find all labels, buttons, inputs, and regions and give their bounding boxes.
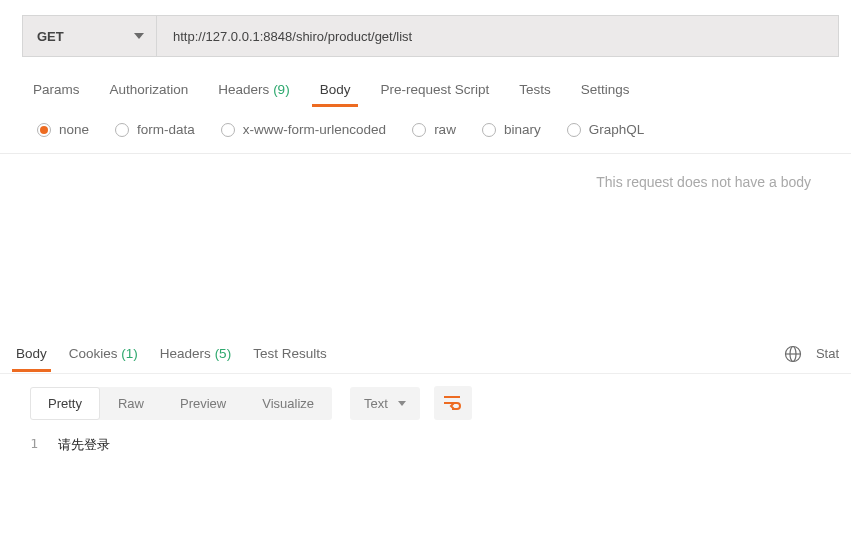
- tab-body[interactable]: Body: [320, 74, 351, 105]
- tab-params[interactable]: Params: [33, 74, 80, 105]
- http-method-label: GET: [37, 29, 64, 44]
- view-mode-segments: Pretty Raw Preview Visualize: [30, 387, 332, 420]
- view-visualize[interactable]: Visualize: [244, 387, 332, 420]
- response-tabs-row: Body Cookies (1) Headers (5) Test Result…: [0, 334, 851, 374]
- line-text: 请先登录: [58, 436, 110, 454]
- code-line: 1 请先登录: [0, 436, 851, 454]
- body-type-none[interactable]: none: [37, 122, 89, 137]
- no-body-message: This request does not have a body: [596, 174, 811, 190]
- view-preview[interactable]: Preview: [162, 387, 244, 420]
- tab-headers[interactable]: Headers (9): [218, 74, 289, 105]
- tab-settings[interactable]: Settings: [581, 74, 630, 105]
- chevron-down-icon: [398, 401, 406, 406]
- tab-tests[interactable]: Tests: [519, 74, 551, 105]
- tab-authorization[interactable]: Authorization: [110, 74, 189, 105]
- response-body-viewer[interactable]: 1 请先登录: [0, 430, 851, 454]
- response-tab-cookies[interactable]: Cookies (1): [69, 336, 138, 371]
- request-body-area: This request does not have a body: [0, 154, 851, 334]
- body-type-graphql[interactable]: GraphQL: [567, 122, 645, 137]
- radio-icon: [482, 123, 496, 137]
- request-tabs: Params Authorization Headers (9) Body Pr…: [0, 72, 851, 106]
- body-type-binary[interactable]: binary: [482, 122, 541, 137]
- status-label: Stat: [816, 346, 839, 361]
- body-type-row: none form-data x-www-form-urlencoded raw…: [0, 106, 851, 154]
- http-method-select[interactable]: GET: [22, 15, 157, 57]
- url-input[interactable]: http://127.0.0.1:8848/shiro/product/get/…: [157, 15, 839, 57]
- response-tab-body[interactable]: Body: [16, 336, 47, 371]
- url-text: http://127.0.0.1:8848/shiro/product/get/…: [173, 29, 412, 44]
- response-tab-test-results[interactable]: Test Results: [253, 336, 327, 371]
- wrap-icon: [443, 395, 463, 411]
- radio-selected-icon: [37, 123, 51, 137]
- chevron-down-icon: [134, 33, 144, 39]
- wrap-lines-button[interactable]: [434, 386, 472, 420]
- response-view-row: Pretty Raw Preview Visualize Text: [0, 374, 851, 430]
- radio-icon: [115, 123, 129, 137]
- view-raw[interactable]: Raw: [100, 387, 162, 420]
- radio-icon: [567, 123, 581, 137]
- view-pretty[interactable]: Pretty: [30, 387, 100, 420]
- tab-prerequest[interactable]: Pre-request Script: [380, 74, 489, 105]
- body-type-raw[interactable]: raw: [412, 122, 456, 137]
- body-format-select[interactable]: Text: [350, 387, 420, 420]
- body-type-form-data[interactable]: form-data: [115, 122, 195, 137]
- body-type-urlencoded[interactable]: x-www-form-urlencoded: [221, 122, 386, 137]
- globe-icon[interactable]: [784, 345, 802, 363]
- radio-icon: [221, 123, 235, 137]
- line-number: 1: [0, 436, 58, 454]
- radio-icon: [412, 123, 426, 137]
- response-tab-headers[interactable]: Headers (5): [160, 336, 231, 371]
